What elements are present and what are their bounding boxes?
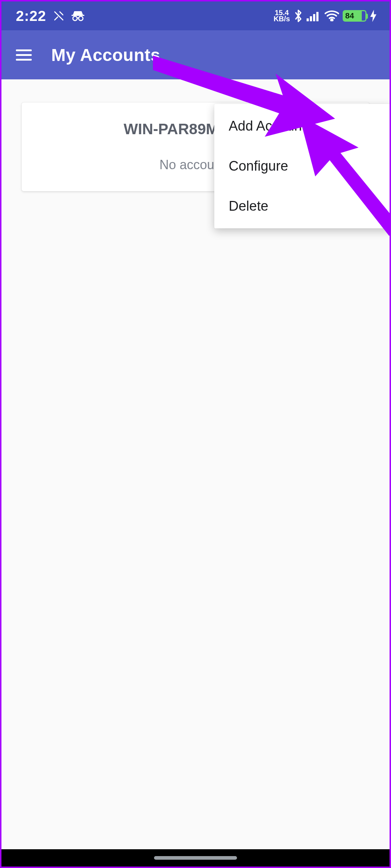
battery-percent: 84 — [345, 11, 354, 21]
network-rate: 15.4 KB/s — [273, 10, 290, 22]
status-right: 15.4 KB/s 84 — [273, 9, 377, 23]
network-rate-unit: KB/s — [273, 16, 290, 22]
menu-item-label: Add Account — [229, 118, 306, 133]
svg-point-1 — [73, 16, 77, 21]
svg-point-2 — [79, 16, 83, 21]
incognito-icon — [71, 10, 84, 21]
app-bar: My Accounts — [1, 30, 390, 79]
status-time: 2:22 — [16, 8, 46, 24]
design-tools-icon — [53, 10, 65, 22]
svg-point-7 — [331, 19, 333, 21]
system-nav-bar — [1, 849, 390, 867]
cellular-signal-icon — [307, 10, 321, 21]
svg-rect-3 — [307, 18, 309, 21]
battery-indicator: 84 — [343, 10, 366, 22]
status-bar: 2:22 15.4 KB/s — [1, 1, 390, 30]
wifi-icon — [325, 10, 339, 21]
status-left: 2:22 — [16, 8, 84, 24]
menu-button[interactable] — [16, 49, 32, 61]
svg-rect-0 — [71, 15, 84, 16]
overflow-menu: Add Account Configure Delete — [214, 104, 391, 228]
gesture-pill[interactable] — [154, 856, 237, 860]
menu-item-label: Configure — [229, 158, 288, 174]
menu-item-delete[interactable]: Delete — [214, 186, 391, 226]
svg-rect-4 — [310, 16, 312, 21]
bluetooth-icon — [294, 9, 303, 23]
charging-icon — [370, 10, 377, 22]
svg-rect-5 — [313, 14, 315, 21]
menu-item-configure[interactable]: Configure — [214, 146, 391, 186]
page-title: My Accounts — [51, 45, 160, 65]
menu-item-label: Delete — [229, 198, 268, 214]
svg-rect-6 — [316, 12, 318, 21]
menu-item-add-account[interactable]: Add Account — [214, 106, 391, 146]
